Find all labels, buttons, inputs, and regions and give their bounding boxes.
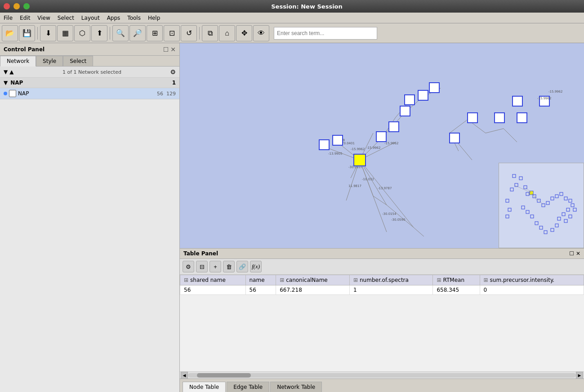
tp-function-button[interactable]: f(x) [250,261,262,272]
tp-columns-button[interactable]: ⊟ [196,261,208,272]
cp-restore-button[interactable]: ☐ [163,46,169,53]
edge-label-val2: -15.9962 [537,97,551,100]
node-5[interactable] [418,90,428,100]
menu-tools[interactable]: Tools [124,14,144,22]
tp-close-button[interactable]: ✕ [576,250,580,257]
filter-button[interactable]: ✥ [236,25,252,41]
cp-settings-icon[interactable]: ⚙ [170,68,176,76]
tp-delete-button[interactable]: 🗑 [223,261,235,272]
menu-apps[interactable]: Apps [103,14,124,22]
table-panel-header: Table Panel ☐ ✕ [180,249,584,259]
cell-spectra: 1 [349,285,433,295]
menu-file[interactable]: File [0,14,16,22]
node-10[interactable] [495,113,504,123]
table-scrollbar[interactable]: ◀ ▶ [180,371,584,379]
menu-select[interactable]: Select [54,14,78,22]
import-button[interactable]: ⬇ [40,25,56,41]
network-canvas: -15.9962 -15.9962 -15.9962 70.0401 -78.8… [180,43,584,248]
tab-network[interactable]: Network [0,56,36,67]
col-name[interactable]: name [245,275,276,285]
expand-icon: ▼ [4,80,8,86]
control-panel-tabs: Network Style Select [0,56,179,67]
network-item-nap[interactable]: NAP 56 129 [0,88,179,99]
col-icon-sum: ⊞ [484,277,488,283]
menu-view[interactable]: View [34,14,53,22]
cp-close-button[interactable]: ✕ [170,46,176,53]
svg-text:70.0401: 70.0401 [342,142,355,145]
search-input[interactable] [274,27,377,40]
node-1[interactable] [376,132,386,142]
home-button[interactable]: ⌂ [219,25,235,41]
table-button[interactable]: ▦ [57,25,73,41]
col-rtmean[interactable]: ⊞RTMean [433,275,480,285]
node-7[interactable] [513,96,522,106]
tab-select[interactable]: Select [63,56,93,66]
cp-toolbar: ▼ ▲ 1 of 1 Network selected ⚙ [0,67,179,78]
node-6[interactable] [429,83,439,93]
scroll-right-button[interactable]: ▶ [576,372,583,379]
minimize-button[interactable] [13,3,20,9]
main-area: Control Panel ☐ ✕ Network Style Select ▼… [0,43,584,392]
node-14[interactable] [450,133,459,143]
col-sum-precursor[interactable]: ⊞sum.precursor.intensity. [480,275,584,285]
tab-style[interactable]: Style [36,56,63,66]
scroll-left-button[interactable]: ◀ [181,372,188,379]
cell-rtmean: 658.345 [433,285,480,295]
tp-gear-button[interactable]: ⚙ [183,261,194,272]
menubar: File Edit View Select Layout Apps Tools … [0,13,584,23]
zoom-out-button[interactable]: 🔎 [129,25,146,41]
network-icon-item [9,90,16,97]
network-view[interactable]: -15.9962 -15.9962 -15.9962 70.0401 -78.8… [180,43,584,248]
network-group-nap[interactable]: ▼ NAP 1 [0,78,179,88]
menu-layout[interactable]: Layout [78,14,103,22]
network-selection-status: 1 of 1 Network selected [62,69,121,75]
open-button[interactable]: 📂 [2,25,18,41]
zoom-in-button[interactable]: 🔍 [112,25,129,41]
node-12[interactable] [319,140,329,150]
fit-button[interactable]: ⊞ [147,25,163,41]
copy-button[interactable]: ⧉ [202,25,218,41]
col-canonical-name[interactable]: ⊞canonicalName [276,275,350,285]
tp-add-button[interactable]: + [210,261,221,272]
network-button[interactable]: ⬡ [74,25,90,41]
scrollbar-track[interactable] [188,373,576,378]
node-9[interactable] [468,113,477,123]
tp-link-button[interactable]: 🔗 [236,261,248,272]
col-shared-name[interactable]: ⊞shared name [180,275,246,285]
maximize-button[interactable] [23,3,30,9]
tp-restore-button[interactable]: ☐ [569,250,574,257]
col-icon-canonical: ⊞ [280,277,284,283]
tab-node-table[interactable]: Node Table [183,382,226,392]
save-button[interactable]: 💾 [19,25,35,41]
col-icon-shared-name: ⊞ [184,277,188,283]
svg-text:-13.9905: -13.9905 [328,152,342,156]
cell-shared-name: 56 [180,285,246,295]
export-button[interactable]: ⬆ [91,25,107,41]
node-11[interactable] [517,113,527,123]
tab-edge-table[interactable]: Edge Table [227,382,269,392]
node-4[interactable] [405,95,415,105]
svg-text:-30.0590: -30.0590 [391,218,405,222]
data-table: ⊞shared name name ⊞canonicalName ⊞number… [180,275,584,295]
menu-edit[interactable]: Edit [16,14,34,22]
node-2[interactable] [389,122,399,132]
table-panel: Table Panel ☐ ✕ ⚙ ⊟ + 🗑 🔗 f(x) [180,248,584,392]
col-spectra[interactable]: ⊞number.of.spectra [349,275,433,285]
node-3[interactable] [400,106,410,116]
svg-text:-15.9962: -15.9962 [366,146,380,150]
close-button[interactable] [4,3,10,9]
menu-help[interactable]: Help [144,14,164,22]
network-item-name: NAP [18,90,29,97]
control-panel-header: Control Panel ☐ ✕ [0,43,179,56]
view-button[interactable]: 👁 [253,25,269,41]
table-row: 56 56 667.218 1 658.345 0 [180,285,584,295]
svg-text:-13.9787: -13.9787 [378,187,392,190]
actual-size-button[interactable]: ⊡ [164,25,180,41]
node-13[interactable] [333,135,343,145]
network-item-counts: 56 129 [157,91,176,97]
refresh-button[interactable]: ↺ [181,25,197,41]
selected-node[interactable] [354,154,366,166]
scrollbar-thumb[interactable] [197,373,251,378]
table-panel-title: Table Panel [183,250,218,257]
tab-network-table[interactable]: Network Table [270,382,322,392]
